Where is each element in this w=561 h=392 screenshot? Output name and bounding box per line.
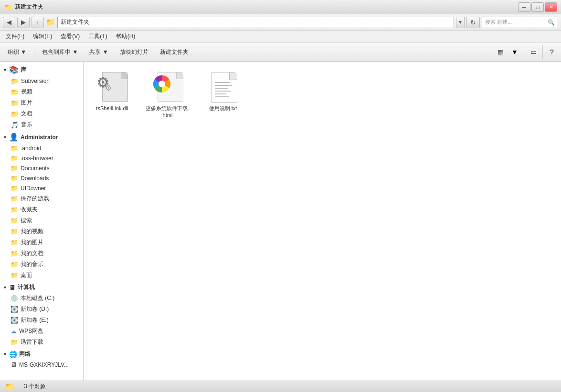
status-folder-icon: 📁	[5, 382, 14, 391]
view-dropdown-button[interactable]: ▼	[508, 46, 521, 58]
sidebar-item-mymusic[interactable]: 📁 我的音乐	[0, 259, 83, 270]
xunlei-folder-icon: 📁	[11, 339, 18, 346]
computer-collapse-icon	[3, 285, 7, 290]
sidebar-item-xunlei[interactable]: 📁 迅雷下载	[0, 337, 83, 348]
sidebar-item-wps-cloud[interactable]: ☁ WPS网盘	[0, 326, 83, 337]
search-box[interactable]: 搜索 新建... 🔍	[482, 17, 558, 28]
close-button[interactable]: ✕	[545, 2, 557, 12]
favorites-label: 收藏夹	[21, 206, 38, 214]
sidebar-item-subversion[interactable]: 📁 Subversion	[0, 76, 83, 86]
document-folder-icon: 📁	[11, 110, 19, 118]
library-icon: 📚	[9, 65, 19, 74]
sidebar-item-android[interactable]: 📁 .android	[0, 143, 83, 153]
sidebar-item-disk-d[interactable]: 💽 新加卷 (D:)	[0, 304, 83, 315]
sidebar-group-computer[interactable]: 🖥 计算机	[0, 282, 83, 293]
sidebar-item-myvideo[interactable]: 📁 我的视频	[0, 226, 83, 237]
library-collapse-icon	[3, 68, 7, 72]
toolbar: 组织 ▼ 包含到库中 ▼ 共享 ▼ 放映幻灯片 新建文件夹 ▦ ▼ ▭ ?	[0, 43, 561, 62]
library-label: 库	[21, 66, 26, 74]
refresh-button[interactable]: ↻	[466, 17, 480, 28]
savedgames-folder-icon: 📁	[11, 195, 18, 202]
sidebar-item-document[interactable]: 📁 文档	[0, 108, 83, 119]
sidebar-item-disk-c[interactable]: 💿 本地磁盘 (C:)	[0, 293, 83, 304]
menu-bar: 文件(F) 编辑(E) 查看(V) 工具(T) 帮助(H)	[0, 31, 561, 43]
address-bar: ◀ ▶ ↑ 📁 新建文件夹 ▼ ↻ 搜索 新建... 🔍	[0, 14, 561, 31]
dll-icon-wrapper: ⚙ ⚙	[95, 70, 129, 103]
preview-pane-button[interactable]: ▭	[527, 46, 540, 58]
document-label: 文档	[21, 110, 32, 118]
maximize-button[interactable]: □	[531, 2, 544, 12]
mypicture-label: 我的图片	[21, 238, 43, 247]
sidebar-item-favorites[interactable]: 📁 收藏夹	[0, 204, 83, 215]
menu-help[interactable]: 帮助(H)	[112, 31, 139, 41]
share-button[interactable]: 共享 ▼	[85, 44, 113, 60]
downloads-folder-icon: 📁	[11, 175, 18, 182]
up-button[interactable]: ↑	[32, 17, 44, 28]
object-count: 3 个对象	[24, 382, 46, 391]
forward-button[interactable]: ▶	[17, 17, 30, 28]
minimize-button[interactable]: ─	[518, 2, 530, 12]
sidebar-item-video[interactable]: 📁 视频	[0, 86, 83, 97]
back-button[interactable]: ◀	[3, 17, 15, 28]
sidebar-item-savedgames[interactable]: 📁 保存的游戏	[0, 193, 83, 204]
status-bar: 📁 3 个对象	[0, 381, 561, 392]
admin-collapse-icon	[3, 135, 7, 140]
address-folder-icon: 📁	[46, 18, 55, 27]
svg-point-1	[159, 81, 165, 87]
sidebar-item-documents[interactable]: 📁 Documents	[0, 163, 83, 173]
new-folder-button[interactable]: 新建文件夹	[155, 44, 193, 60]
menu-tools[interactable]: 工具(T)	[85, 31, 111, 41]
sidebar-item-music[interactable]: 🎵 音乐	[0, 119, 83, 130]
network-computer-label: MS-GXKIXRYJLV...	[19, 361, 69, 368]
address-dropdown[interactable]: ▼	[456, 17, 465, 28]
sidebar-group-library[interactable]: 📚 库	[0, 64, 83, 76]
myvideo-folder-icon: 📁	[11, 228, 18, 235]
file-item-dll[interactable]: ⚙ ⚙ tsShellLink.dll	[88, 67, 136, 122]
file-item-txt[interactable]: 使用说明.txt	[199, 67, 247, 122]
sidebar-item-mydocument[interactable]: 📁 我的文档	[0, 248, 83, 259]
search-folder-icon: 📁	[11, 217, 18, 224]
window-title: 新建文件夹	[15, 3, 43, 11]
mydoc-folder-icon: 📁	[11, 250, 18, 257]
file-item-html[interactable]: 更多系统软件下载.html	[144, 67, 191, 122]
mymusic-label: 我的音乐	[21, 260, 43, 268]
desktop-folder-icon: 📁	[11, 272, 18, 279]
menu-file[interactable]: 文件(F)	[2, 31, 28, 41]
disk-c-label: 本地磁盘 (C:)	[21, 294, 54, 302]
address-input[interactable]: 新建文件夹	[57, 17, 454, 28]
main-content: 📚 库 📁 Subversion 📁 视频 📁 图片 📁 文档 🎵 音乐	[0, 62, 561, 381]
menu-edit[interactable]: 编辑(E)	[29, 31, 56, 41]
toolbar-sep-1	[34, 45, 34, 59]
myvideo-label: 我的视频	[21, 227, 43, 236]
sidebar-section-admin: 👤 Administrator 📁 .android 📁 .oss-browse…	[0, 131, 83, 281]
file-area: ⚙ ⚙ tsShellLink.dll	[84, 62, 561, 381]
sidebar-item-picture[interactable]: 📁 图片	[0, 97, 83, 108]
sidebar-group-network[interactable]: 🌐 网络	[0, 349, 83, 360]
organize-button[interactable]: 组织 ▼	[3, 44, 31, 60]
savedgames-label: 保存的游戏	[21, 195, 49, 203]
uidowner-label: UIDowner	[21, 185, 46, 192]
menu-view[interactable]: 查看(V)	[57, 31, 84, 41]
favorites-folder-icon: 📁	[11, 206, 18, 213]
sidebar-item-oss-browser[interactable]: 📁 .oss-browser	[0, 153, 83, 163]
sidebar-item-mypicture[interactable]: 📁 我的图片	[0, 237, 83, 248]
admin-icon: 👤	[9, 133, 19, 142]
network-computer-icon: 🖥	[11, 361, 17, 368]
computer-icon: 🖥	[9, 284, 16, 291]
include-library-button[interactable]: 包含到库中 ▼	[37, 44, 83, 60]
search-label: 搜索	[21, 217, 32, 225]
sidebar-item-network-computer[interactable]: 🖥 MS-GXKIXRYJLV...	[0, 360, 83, 370]
toolbar-sep-2	[524, 45, 524, 59]
slideshow-button[interactable]: 放映幻灯片	[115, 44, 153, 60]
sidebar-item-search[interactable]: 📁 搜索	[0, 215, 83, 226]
sidebar-group-admin[interactable]: 👤 Administrator	[0, 131, 83, 143]
xunlei-label: 迅雷下载	[21, 338, 43, 346]
sidebar-item-uidowner[interactable]: 📁 UIDowner	[0, 183, 83, 193]
sidebar-item-desktop[interactable]: 📁 桌面	[0, 270, 83, 281]
view-toggle-button[interactable]: ▦	[494, 46, 507, 58]
sidebar-item-downloads[interactable]: 📁 Downloads	[0, 173, 83, 183]
help-button[interactable]: ?	[546, 46, 558, 58]
picture-folder-icon: 📁	[11, 99, 19, 107]
wps-cloud-icon: ☁	[11, 328, 17, 335]
sidebar-item-disk-e[interactable]: 💽 新加卷 (E:)	[0, 315, 83, 326]
